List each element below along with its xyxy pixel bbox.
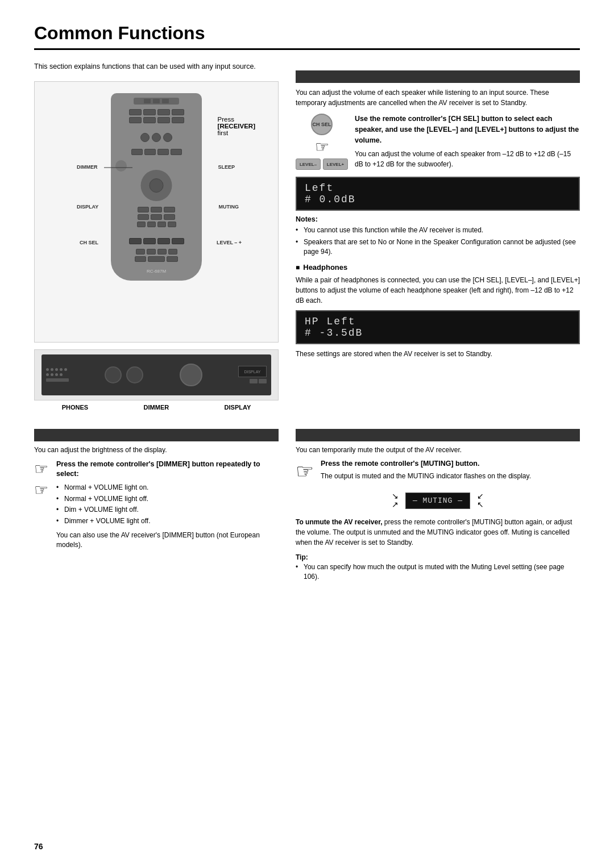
headphones-text: While a pair of headphones is connected,… bbox=[296, 275, 580, 306]
tip-section: Tip: bbox=[296, 552, 580, 562]
muting-header bbox=[296, 429, 580, 441]
muting-text: Press the remote controller's [MUTING] b… bbox=[321, 460, 531, 483]
chsel-btn: CH SEL bbox=[311, 114, 333, 135]
display-panel-label: DISPLAY bbox=[225, 404, 251, 411]
hand-press-icon-2: ☞ bbox=[34, 481, 48, 499]
bottom-section: You can adjust the brightness of the dis… bbox=[34, 420, 580, 584]
muting-intro: You can temporarily mute the output of t… bbox=[296, 446, 580, 454]
muting-section: You can temporarily mute the output of t… bbox=[296, 420, 580, 584]
hp-level-display: HP Left # -3.5dB bbox=[296, 310, 580, 344]
label-dimmer: DIMMER bbox=[77, 164, 98, 170]
dimmer-header bbox=[34, 429, 279, 441]
notes-section: Notes: You cannot use this function whil… bbox=[296, 215, 580, 256]
muting-hand-icon: ☞ bbox=[296, 460, 314, 483]
phones-label: PHONES bbox=[62, 404, 88, 411]
speaker-vol-intro: You can adjust the volume of each speake… bbox=[296, 87, 580, 108]
remote-diagram: Press [RECEIVER] first bbox=[34, 81, 279, 343]
level-minus-btn: LEVEL– bbox=[296, 158, 321, 170]
left-level-display: Left # 0.0dB bbox=[296, 177, 580, 211]
tip-text: You can specify how much the output is m… bbox=[296, 562, 580, 582]
dimmer-intro: You can adjust the brightness of the dis… bbox=[34, 446, 279, 454]
muting-display: — MUTING — bbox=[405, 493, 470, 509]
chsel-buttons: CH SEL ☞ LEVEL– LEVEL+ bbox=[296, 114, 348, 170]
right-column: You can adjust the volume of each speake… bbox=[296, 61, 580, 411]
muting-arrows-left: ↘ ↗ bbox=[392, 492, 399, 510]
muting-arrows-right: ↙ ↖ bbox=[477, 492, 484, 510]
dimmer-instruction-box: ☞ ☞ Press the remote controller's [DIMME… bbox=[34, 460, 279, 550]
dimmer-section: You can adjust the brightness of the dis… bbox=[34, 420, 279, 584]
hand-point-icon: ☞ bbox=[315, 137, 329, 156]
label-muting: MUTING bbox=[219, 204, 239, 210]
speaker-volume-header bbox=[296, 70, 580, 83]
page-title: Common Functions bbox=[34, 23, 580, 50]
muting-instruction-box: ☞ Press the remote controller's [MUTING]… bbox=[296, 460, 580, 483]
intro-text: This section explains functions that can… bbox=[34, 61, 279, 72]
tip-label: Tip: bbox=[296, 553, 308, 561]
dimmer-panel-label: DIMMER bbox=[144, 404, 169, 411]
label-level: LEVEL – + bbox=[217, 240, 242, 245]
label-sleep: SLEEP bbox=[218, 164, 235, 170]
hand-press-icon-1: ☞ bbox=[34, 460, 48, 478]
panel-labels: PHONES DIMMER DISPLAY bbox=[34, 404, 279, 411]
dimmer-bullet-list: Normal + VOLUME light on. Normal + VOLUM… bbox=[56, 483, 279, 526]
unmute-text: To unmute the AV receiver, press the rem… bbox=[296, 517, 580, 548]
dimmer-also-text: You can also use the AV receiver's [DIMM… bbox=[56, 531, 279, 550]
chsel-instruction-text: Use the remote controller's [CH SEL] but… bbox=[355, 114, 580, 169]
press-receiver-label: Press [RECEIVER] first bbox=[218, 116, 255, 136]
dimmer-hand-icons: ☞ ☞ bbox=[34, 460, 48, 499]
unmute-bold: To unmute the AV receiver, bbox=[296, 518, 382, 526]
headphones-section: Headphones While a pair of headphones is… bbox=[296, 263, 580, 359]
muting-display-area: ↘ ↗ — MUTING — ↙ ↖ bbox=[296, 489, 580, 512]
headphones-title: Headphones bbox=[296, 263, 580, 272]
receiver-panel: DISPLAY bbox=[34, 349, 279, 400]
left-column: This section explains functions that can… bbox=[34, 61, 279, 411]
page-number: 76 bbox=[34, 842, 43, 851]
label-chsel: CH SEL bbox=[80, 240, 98, 245]
level-plus-btn: LEVEL+ bbox=[323, 158, 348, 170]
headphones-footer: These settings are stored when the AV re… bbox=[296, 349, 580, 359]
rc-model-label: RC-687M bbox=[147, 269, 166, 274]
chsel-instruction-box: CH SEL ☞ LEVEL– LEVEL+ Use the remote co… bbox=[296, 114, 580, 170]
dimmer-text: Press the remote controller's [DIMMER] b… bbox=[56, 460, 279, 550]
label-display: DISPLAY bbox=[77, 204, 98, 210]
